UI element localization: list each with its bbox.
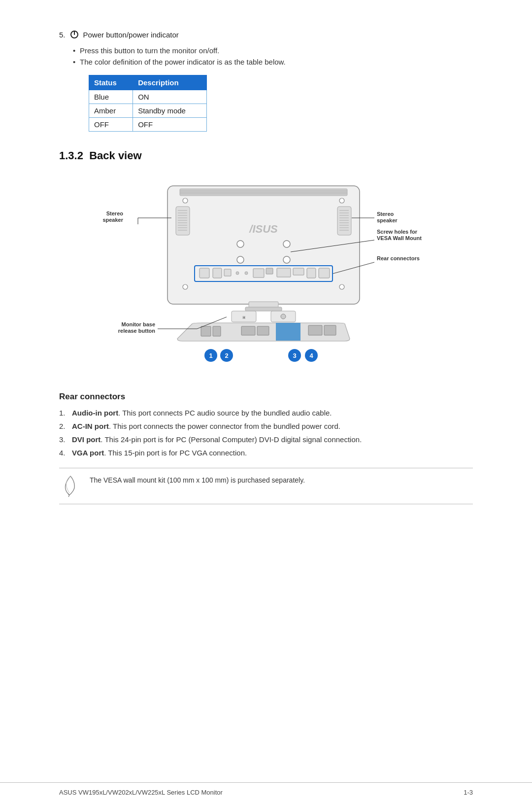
svg-line-85 (68, 495, 69, 497)
svg-text:Monitor base: Monitor base (122, 321, 155, 327)
list-num-3: 3. (59, 435, 68, 444)
power-indicator-table: Status Description Blue ON Amber Standby… (89, 75, 207, 132)
rear-connectors-list: 1. Audio-in port. This port connects PC … (59, 409, 473, 457)
list-plain-1: . This port connects PC audio source by … (118, 409, 332, 417)
list-item-3: 3. DVI port. This 24-pin port is for PC … (59, 435, 473, 444)
svg-point-38 (236, 272, 239, 275)
list-text-1: Audio-in port. This port connects PC aud… (72, 409, 332, 417)
bullet-list: Press this button to turn the monitor on… (73, 46, 473, 66)
footer-right: 1-3 (464, 789, 473, 796)
table-header-status: Status (89, 75, 133, 90)
svg-text:Rear connectors: Rear connectors (377, 255, 420, 261)
svg-point-47 (339, 284, 344, 289)
list-text-2: AC-IN port. This port connects the power… (72, 422, 340, 430)
rear-connectors-heading: Rear connectors (59, 392, 473, 402)
svg-point-31 (283, 241, 290, 247)
svg-text:Screw holes for: Screw holes for (377, 229, 418, 235)
table-header-description: Description (133, 75, 207, 90)
section-5: 5. Power button/power indicator Press th… (59, 30, 473, 132)
svg-text:Stereo: Stereo (377, 211, 394, 217)
svg-point-30 (237, 241, 244, 247)
svg-rect-37 (224, 269, 231, 276)
section-5-title: 5. Power button/power indicator (59, 30, 473, 39)
list-item-2: 2. AC-IN port. This port connects the po… (59, 422, 473, 430)
table-cell-status-2: Amber (89, 104, 133, 118)
note-icon (59, 474, 83, 498)
list-num-4: 4. (59, 449, 68, 457)
svg-point-39 (245, 272, 248, 275)
svg-rect-55 (201, 326, 211, 336)
page-footer: ASUS VW195xL/VW202xL/VW225xL Series LCD … (0, 782, 532, 802)
bullet-item-2: The color definition of the power indica… (73, 58, 473, 66)
svg-text:/ISUS: /ISUS (249, 223, 278, 235)
svg-rect-35 (200, 268, 209, 278)
svg-text:speaker: speaker (377, 217, 398, 223)
svg-point-8 (339, 198, 344, 203)
svg-text:1: 1 (209, 352, 212, 359)
note-box: The VESA wall mount kit (100 mm x 100 mm… (59, 468, 473, 504)
svg-text:speaker: speaker (102, 217, 123, 223)
section-132: 1.3.2 Back view (59, 149, 473, 504)
table-cell-status-1: Blue (89, 90, 133, 104)
section-number: 5. (59, 31, 66, 39)
list-text-4: VGA port. This 15-pin port is for PC VGA… (72, 449, 247, 457)
svg-rect-48 (249, 302, 278, 308)
svg-point-33 (283, 256, 290, 263)
svg-rect-19 (337, 207, 351, 235)
svg-marker-54 (276, 323, 300, 341)
svg-rect-9 (176, 207, 190, 235)
table-row: OFF OFF (89, 118, 207, 132)
section-5-heading: Power button/power indicator (83, 31, 179, 39)
svg-rect-44 (307, 268, 316, 278)
svg-rect-45 (319, 268, 330, 278)
list-text-3: DVI port. This 24-pin port is for PC (Pe… (72, 435, 362, 444)
svg-text:4: 4 (309, 352, 313, 359)
monitor-back-svg: /ISUS (89, 171, 443, 378)
table-cell-status-3: OFF (89, 118, 133, 132)
table-row: Blue ON (89, 90, 207, 104)
back-view-diagram: /ISUS (59, 171, 473, 378)
list-plain-4: . This 15-pin port is for PC VGA connect… (104, 449, 247, 457)
list-bold-4: VGA port (72, 449, 104, 457)
svg-point-46 (183, 284, 188, 289)
list-bold-2: AC-IN port (72, 422, 109, 430)
svg-rect-58 (257, 326, 269, 335)
svg-text:▣: ▣ (242, 315, 246, 319)
svg-text:Stereo: Stereo (106, 210, 124, 216)
bullet-item-1: Press this button to turn the monitor on… (73, 46, 473, 55)
svg-rect-57 (241, 326, 255, 335)
list-plain-2: . This port connects the power connector… (109, 422, 340, 430)
svg-rect-40 (253, 269, 264, 278)
svg-point-32 (237, 256, 244, 263)
table-cell-desc-3: OFF (133, 118, 207, 132)
list-bold-1: Audio-in port (72, 409, 118, 417)
svg-text:VESA Wall Mount: VESA Wall Mount (377, 235, 422, 241)
svg-rect-49 (245, 307, 282, 311)
list-plain-3: . This 24-pin port is for PC (Personal C… (100, 435, 362, 444)
table-cell-desc-2: Standby mode (133, 104, 207, 118)
svg-text:release button: release button (118, 328, 155, 334)
svg-text:3: 3 (293, 352, 296, 359)
note-pencil-icon (61, 474, 81, 498)
list-num-2: 2. (59, 422, 68, 430)
svg-text:2: 2 (225, 352, 228, 359)
svg-rect-42 (277, 268, 291, 277)
svg-rect-60 (324, 325, 336, 335)
list-item-4: 4. VGA port. This 15-pin port is for PC … (59, 449, 473, 457)
svg-point-7 (183, 198, 188, 203)
section-132-heading: 1.3.2 Back view (59, 149, 473, 162)
footer-left: ASUS VW195xL/VW202xL/VW225xL Series LCD … (59, 789, 223, 796)
table-cell-desc-1: ON (133, 90, 207, 104)
power-icon (69, 30, 79, 39)
list-num-1: 1. (59, 409, 68, 417)
svg-point-53 (281, 314, 286, 319)
list-bold-3: DVI port (72, 435, 100, 444)
svg-rect-41 (266, 268, 273, 274)
table-row: Amber Standby mode (89, 104, 207, 118)
svg-rect-36 (213, 268, 222, 278)
svg-rect-56 (213, 326, 221, 336)
svg-rect-2 (167, 186, 360, 304)
note-text: The VESA wall mount kit (100 mm x 100 mm… (90, 474, 305, 484)
rear-connectors-section: Rear connectors 1. Audio-in port. This p… (59, 392, 473, 504)
svg-rect-43 (293, 268, 304, 275)
